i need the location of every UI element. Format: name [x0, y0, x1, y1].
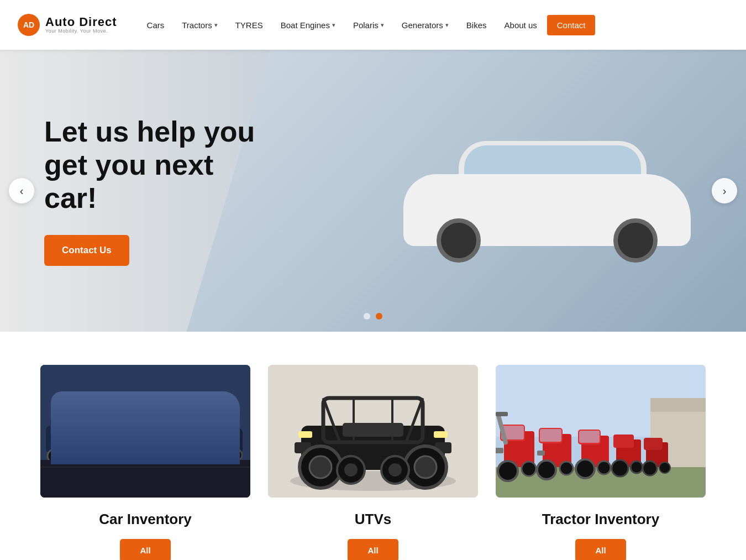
nav-item-tyres[interactable]: TYRES: [228, 16, 271, 34]
car-wheel-left: [437, 218, 481, 263]
utv-image-bg: [268, 365, 478, 498]
svg-point-17: [180, 449, 195, 463]
svg-text:AD: AD: [23, 20, 34, 29]
svg-rect-4: [50, 417, 86, 437]
brand-tagline: Your Mobility. Your Move.: [45, 29, 117, 34]
svg-rect-45: [434, 431, 448, 438]
svg-rect-20: [203, 422, 235, 437]
svg-rect-57: [496, 412, 508, 416]
chevron-down-icon: ▾: [381, 22, 384, 29]
card-utvs-button[interactable]: All: [348, 539, 398, 560]
svg-point-66: [576, 459, 595, 478]
svg-rect-65: [579, 431, 600, 443]
hero-section: Let us help you get you next car! Contac…: [0, 50, 746, 332]
card-cars-title: Car Inventory: [99, 511, 192, 528]
car-wheel-right: [613, 218, 658, 263]
svg-rect-10: [101, 420, 133, 436]
svg-rect-69: [613, 435, 634, 448]
svg-point-41: [344, 463, 358, 477]
svg-rect-77: [537, 451, 545, 456]
nav-item-bikes[interactable]: Bikes: [459, 16, 495, 34]
navbar: AD Auto Direct Your Mobility. Your Move.…: [0, 0, 746, 50]
svg-point-75: [659, 462, 670, 473]
svg-point-70: [612, 460, 628, 477]
svg-rect-15: [150, 418, 186, 436]
carousel-dot-1[interactable]: [364, 313, 370, 320]
hero-car-image: [392, 113, 702, 268]
svg-rect-5: [51, 418, 85, 435]
nav-item-about-us[interactable]: About us: [497, 16, 545, 34]
card-tractors-button[interactable]: All: [575, 539, 626, 560]
hero-content: Let us help you get you next car! Contac…: [0, 116, 309, 265]
svg-point-39: [414, 456, 437, 478]
svg-point-21: [199, 449, 211, 461]
svg-rect-8: [96, 427, 140, 453]
svg-point-37: [309, 456, 332, 478]
cards-section: Car Inventory All: [0, 332, 746, 560]
card-utvs-image: [268, 365, 478, 498]
hero-contact-button[interactable]: Contact Us: [44, 235, 129, 266]
svg-rect-19: [202, 421, 237, 439]
chevron-down-icon: ▾: [332, 22, 335, 29]
svg-rect-76: [496, 448, 503, 453]
card-cars: Car Inventory All: [40, 365, 250, 560]
svg-rect-73: [644, 438, 663, 450]
svg-rect-18: [198, 428, 243, 453]
cars-image-bg: [40, 365, 250, 498]
svg-point-12: [127, 449, 139, 462]
svg-point-22: [230, 449, 242, 461]
svg-rect-9: [100, 419, 134, 438]
svg-rect-60: [540, 429, 561, 442]
card-utvs-title: UTVs: [355, 511, 391, 528]
svg-point-74: [643, 461, 657, 475]
logo-text: Auto Direct Your Mobility. Your Move.: [45, 15, 117, 34]
svg-rect-44: [298, 431, 312, 438]
logo-link[interactable]: AD Auto Direct Your Mobility. Your Move.: [17, 13, 117, 37]
svg-point-43: [388, 463, 402, 477]
svg-rect-23: [40, 460, 250, 498]
carousel-dots: [364, 313, 382, 320]
svg-rect-14: [149, 417, 187, 438]
logo-icon: AD: [17, 13, 41, 37]
chevron-down-icon: ▾: [214, 22, 218, 29]
svg-point-7: [77, 449, 90, 463]
svg-point-16: [144, 449, 158, 463]
nav-links: Cars Tractors ▾ TYRES Boat Engines ▾ Pol…: [139, 15, 729, 35]
nav-item-tractors[interactable]: Tractors ▾: [174, 16, 225, 34]
card-cars-button[interactable]: All: [120, 539, 170, 560]
svg-rect-13: [144, 425, 194, 453]
card-cars-image: [40, 365, 250, 498]
nav-item-cars[interactable]: Cars: [139, 16, 172, 34]
svg-point-55: [522, 462, 536, 476]
card-tractors: Tractor Inventory All: [496, 365, 706, 560]
svg-rect-33: [343, 423, 403, 437]
card-utvs: UTVs All: [268, 365, 478, 560]
carousel-prev-button[interactable]: ‹: [9, 178, 34, 203]
tractors-image-bg: [496, 365, 706, 498]
nav-item-generators[interactable]: Generators ▾: [394, 16, 456, 34]
nav-item-contact[interactable]: Contact: [547, 15, 596, 35]
svg-point-62: [560, 462, 573, 475]
svg-point-54: [498, 461, 518, 481]
svg-point-67: [597, 461, 611, 474]
svg-rect-3: [46, 426, 93, 453]
brand-name: Auto Direct: [45, 15, 117, 29]
svg-point-11: [98, 449, 110, 462]
svg-point-61: [537, 460, 556, 479]
svg-rect-50: [650, 398, 706, 412]
carousel-dot-2[interactable]: [376, 313, 382, 320]
card-tractors-image: [496, 365, 706, 498]
card-tractors-title: Tractor Inventory: [542, 511, 659, 528]
nav-item-boat-engines[interactable]: Boat Engines ▾: [273, 16, 343, 34]
svg-point-71: [631, 461, 643, 473]
hero-heading: Let us help you get you next car!: [44, 116, 265, 214]
chevron-down-icon: ▾: [445, 22, 449, 29]
carousel-next-button[interactable]: ›: [712, 178, 737, 203]
nav-item-polaris[interactable]: Polaris ▾: [345, 16, 392, 34]
